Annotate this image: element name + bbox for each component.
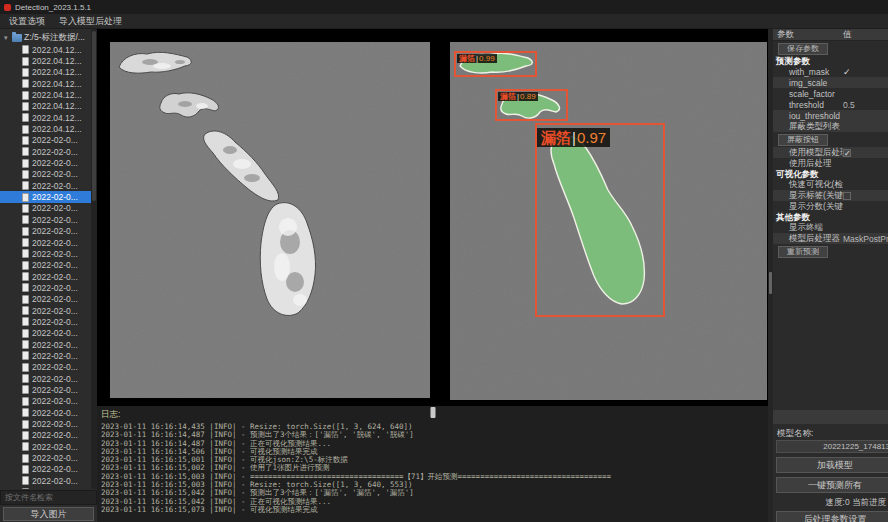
tree-item[interactable]: 2022.04.12... [0,44,97,55]
param-row[interactable]: 屏蔽类型列表 [773,121,888,132]
tree-item-label: 2022-02-0... [32,340,78,350]
tree-item[interactable]: 2022-02-0... [0,157,97,168]
param-row[interactable]: 显示标签(关键点) [773,190,888,201]
log-panel[interactable]: 日志: 2023-01-11 16:16:14,435 |INFO| - Res… [97,405,768,522]
tree-item-label: 2022-02-0... [32,169,78,179]
tree-item[interactable]: 2022-02-0... [0,373,97,384]
tree-item[interactable]: 2022-02-0... [0,180,97,191]
tree-item[interactable]: 2022-02-0... [0,237,97,248]
param-row[interactable]: scale_factor [773,88,888,99]
file-icon [22,283,29,292]
tree-item[interactable]: 2022-02-0... [0,464,97,475]
param-row[interactable]: 显示分数(关键点) [773,201,888,212]
tree-item[interactable]: 2022-02-0... [0,248,97,259]
tree-item[interactable]: 2022.04.12... [0,55,97,66]
tree-item[interactable]: 2022-02-0... [0,260,97,271]
tree-item[interactable]: 2022-02-0... [0,214,97,225]
param-row[interactable]: 使用模型后处理✓ [773,147,888,158]
file-icon [22,159,29,168]
tree-item[interactable]: 2022-02-0... [0,226,97,237]
tree-item[interactable]: 2022-02-0... [0,384,97,395]
tree-item-label: 2022-02-0... [32,396,78,406]
image-pane-prediction[interactable]: 漏箔|0.99漏箔|0.89漏箔|0.97 [434,29,768,405]
tree-scrollbar-thumb[interactable] [92,31,96,201]
postprocess-params-button[interactable]: 后处理参数设置 [776,511,888,522]
tree-item[interactable]: 2022.04.12... [0,101,97,112]
tree-item[interactable]: 2022-02-0... [0,282,97,293]
checkbox-icon[interactable]: ✓ [843,149,851,157]
tree-item[interactable]: 2022-02-0... [0,396,97,407]
param-label: iou_threshold [773,111,843,121]
tree-item[interactable]: 2022.04.12... [0,67,97,78]
tree-item-label: 2022.04.12... [32,90,82,100]
search-input[interactable] [0,490,97,505]
tree-item[interactable]: 2022-02-0... [0,441,97,452]
tree-item[interactable]: 2022-02-0... [0,328,97,339]
menu-item-settings[interactable]: 设置选项 [9,15,45,28]
tree-item[interactable]: 2022-02-0... [0,169,97,180]
load-model-button[interactable]: 加载模型 [776,457,888,473]
param-checkbox-checked[interactable]: ✓ [843,148,888,158]
param-row[interactable]: 快速可视化(检测) [773,179,888,190]
tree-root-folder[interactable]: ▾ Z:/5-标注数据/... [0,32,97,44]
file-icon [22,408,29,417]
params-button[interactable]: 屏蔽按钮 [778,134,828,146]
tree-item[interactable]: 2022-02-0... [0,294,97,305]
param-row[interactable]: img_scale [773,77,888,88]
tree-item-label: 2022.04.12... [32,56,82,66]
image-pane-original[interactable] [97,29,434,405]
param-row[interactable]: with_mask✓ [773,66,888,77]
tree-item[interactable]: 2022-02-0... [0,350,97,361]
tree-item[interactable]: 2022.04.12... [0,78,97,89]
file-icon [22,431,29,440]
tree-item[interactable]: 2022-02-0... [0,135,97,146]
tree-item-label: 2022-02-0... [32,215,78,225]
param-row[interactable]: iou_threshold [773,110,888,121]
splitter-grip[interactable] [430,407,435,418]
param-checkbox-empty[interactable] [843,191,888,201]
tree-item[interactable]: 2022-02-0... [0,362,97,373]
tree-item-label: 2022-02-0... [32,226,78,236]
tree-item[interactable]: 2022-02-0... [0,203,97,214]
tree-item[interactable]: 2022.04.12... [0,89,97,100]
tree-item[interactable]: 2022-02-0... [0,430,97,441]
param-row[interactable]: threshold0.5 [773,99,888,110]
param-row[interactable]: 显示终端 [773,222,888,233]
chevron-down-icon[interactable]: ▾ [4,34,10,42]
file-icon [22,45,29,54]
file-icon [22,136,29,145]
menu-item-import-postprocess[interactable]: 导入模型后处理 [59,15,122,28]
params-button[interactable]: 保存参数 [778,43,828,55]
import-image-button[interactable]: 导入图片 [3,507,94,521]
file-icon [22,57,29,66]
file-icon [22,204,29,213]
params-button-row: 保存参数 [773,42,888,55]
params-button[interactable]: 重新预测 [778,246,828,258]
tree-item[interactable]: 2022-02-0... [0,316,97,327]
checkbox-icon[interactable] [843,192,851,200]
file-icon [22,261,29,270]
tree-item[interactable]: 2022-02-0... [0,452,97,463]
tree-item[interactable]: 2022-02-0... [0,146,97,157]
param-row[interactable]: 模型后处理器MaskPostPro [773,233,888,244]
tree-item[interactable]: 2022.04.12... [0,112,97,123]
detection-class: 漏箔 [541,129,571,146]
tree-item[interactable]: 2022-02-0... [0,407,97,418]
file-icon [22,317,29,326]
tree-item[interactable]: 2022-02-0... [0,418,97,429]
detection-label: 漏箔|0.97 [537,128,610,147]
tree-item[interactable]: 2022-02-0... [0,271,97,282]
tree-item[interactable]: 2022-02-0 [0,486,97,489]
param-row[interactable]: 使用后处理 [773,158,888,169]
file-icon [22,374,29,383]
params-scrollbar-thumb[interactable] [769,272,772,294]
file-icon [22,79,29,88]
predict-all-button[interactable]: 一键预测所有 [776,477,888,493]
tree-item[interactable]: 2022-02-0... [0,475,97,486]
file-icon [22,147,29,156]
model-name-field[interactable] [776,440,888,453]
tree-item[interactable]: 2022-02-0... [0,191,97,202]
tree-item[interactable]: 2022-02-0... [0,305,97,316]
tree-item[interactable]: 2022-02-0... [0,339,97,350]
tree-item[interactable]: 2022.04.12... [0,123,97,134]
